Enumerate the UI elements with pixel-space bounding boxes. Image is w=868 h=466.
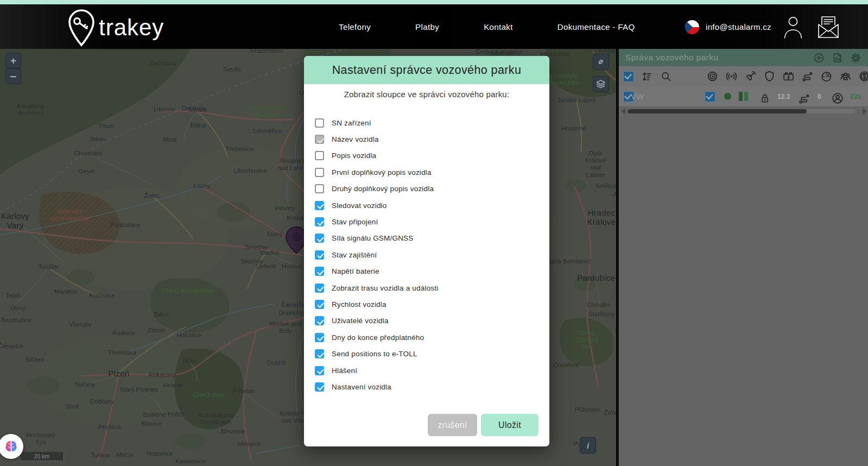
czech-flag-icon[interactable] [685, 20, 699, 34]
modal-header: Nastavení správce vozového parku [304, 56, 549, 84]
checkbox-label: Rychlost vozidla [332, 300, 387, 308]
checkbox-checked[interactable] [315, 366, 324, 375]
checkbox-label: Druhý doplňkový popis vozidla [332, 185, 434, 193]
checkbox-checked[interactable] [315, 382, 324, 392]
modal-checkbox-row[interactable]: Sledovat vozidlo [315, 197, 538, 213]
checkbox-checked[interactable] [315, 349, 324, 358]
checkbox-unchecked[interactable] [315, 151, 324, 160]
modal-checkbox-row[interactable]: Uživatelé vozidla [315, 313, 538, 329]
checkbox-label: Stav zajištění [332, 251, 377, 259]
checkbox-label: Dny do konce předplatného [332, 333, 424, 342]
checkbox-label: Uživatelé vozidla [332, 317, 389, 325]
modal-checkbox-row[interactable]: Stav zajištění [315, 247, 538, 263]
checkbox-checked[interactable] [315, 316, 324, 325]
brain-icon [4, 439, 18, 454]
modal-checkbox-row[interactable]: První doplňkový popis vozidla [315, 164, 538, 180]
checkbox-label: Napětí baterie [332, 267, 379, 275]
checkbox-label: Sledovat vozidlo [332, 201, 387, 210]
checkbox-label: Nastavení vozidla [332, 383, 391, 391]
checkbox-label: Název vozidla [332, 135, 379, 143]
checkbox-checked[interactable] [315, 300, 324, 309]
save-button[interactable]: Uložit [481, 414, 538, 436]
modal-checkbox-row: Název vozidla [315, 131, 538, 147]
checkbox-checked[interactable] [315, 201, 324, 210]
modal-buttons: zrušení Uložit [304, 414, 538, 436]
checkbox-checked[interactable] [315, 234, 324, 243]
nav-item-2[interactable]: Kontakt [484, 22, 513, 32]
modal-checkbox-row[interactable]: Zobrazit trasu vozidla a události [315, 280, 538, 296]
checkbox-label: Send positions to e-TOLL [332, 350, 417, 358]
checkbox-label: První doplňkový popis vozidla [332, 168, 432, 177]
checkbox-label: Stav připojení [332, 218, 378, 226]
checkbox-checked[interactable] [315, 284, 324, 293]
checkbox-label: Hlášení [332, 367, 357, 375]
modal-title: Nastavení správce vozového parku [332, 64, 522, 77]
pin-key-logo-icon [66, 9, 97, 47]
checkbox-unchecked[interactable] [315, 168, 324, 177]
nav-item-1[interactable]: Platby [415, 22, 439, 32]
nav-item-3[interactable]: Dokumentace - FAQ [557, 22, 635, 32]
app-header: trakey TelefonyPlatbyKontaktDokumentace … [0, 4, 868, 49]
modal-checkbox-row[interactable]: Dny do konce předplatného [315, 329, 538, 345]
modal-checkbox-row[interactable]: Nastavení vozidla [315, 379, 538, 395]
modal-checkbox-row[interactable]: Druhý doplňkový popis vozidla [315, 181, 538, 197]
checkbox-unchecked[interactable] [315, 184, 324, 193]
brand-logo[interactable]: trakey [66, 7, 164, 49]
user-account-icon[interactable] [782, 14, 804, 40]
checkbox-checked[interactable] [315, 250, 324, 260]
checkbox-checked [315, 135, 324, 144]
checkbox-checked[interactable] [315, 267, 324, 276]
main-nav: TelefonyPlatbyKontaktDokumentace - FAQ [339, 4, 635, 49]
mail-envelope-icon[interactable] [814, 13, 842, 41]
modal-checkbox-row[interactable]: Stav připojení [315, 213, 538, 230]
checkbox-checked[interactable] [315, 333, 324, 342]
contact-email[interactable]: info@stualarm.cz [706, 4, 771, 49]
cancel-button[interactable]: zrušení [428, 414, 477, 436]
modal-checkbox-row[interactable]: Síla signálu GSM/GNSS [315, 230, 538, 247]
modal-checkbox-row[interactable]: Rychlost vozidla [315, 296, 538, 312]
checkbox-label: Zobrazit trasu vozidla a události [332, 284, 438, 292]
checkbox-unchecked[interactable] [315, 118, 324, 128]
nav-item-0[interactable]: Telefony [339, 22, 371, 32]
modal-checkbox-row[interactable]: Napětí baterie [315, 263, 538, 280]
modal-checkbox-row[interactable]: Popis vozidla [315, 148, 538, 164]
checkbox-checked[interactable] [315, 217, 324, 226]
fleet-settings-modal: Nastavení správce vozového parku Zobrazi… [304, 56, 549, 446]
brand-name: trakey [99, 15, 164, 41]
modal-checkbox-row[interactable]: Hlášení [315, 362, 538, 379]
modal-checkbox-row[interactable]: Send positions to e-TOLL [315, 345, 538, 362]
modal-subtitle: Zobrazit sloupce ve správci vozového par… [304, 90, 549, 99]
checkbox-label: Popis vozidla [332, 152, 376, 160]
checkbox-label: Síla signálu GSM/GNSS [332, 234, 414, 242]
column-checkbox-list: SN zařízeníNázev vozidlaPopis vozidlaPrv… [315, 115, 538, 395]
modal-checkbox-row[interactable]: SN zařízení [315, 115, 538, 131]
accent-strip [0, 0, 868, 4]
checkbox-label: SN zařízení [332, 119, 371, 127]
